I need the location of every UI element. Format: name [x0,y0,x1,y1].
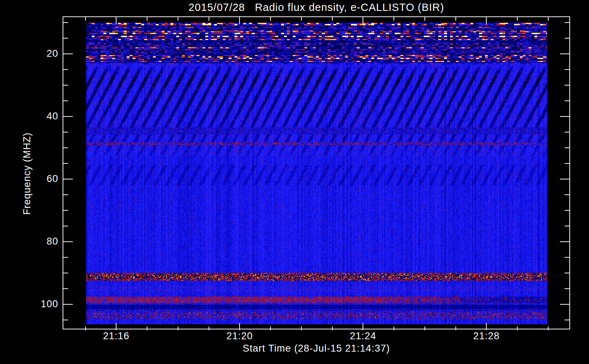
tick-mark [301,17,302,21]
tick-mark [63,179,73,179]
tick-mark [270,327,271,330]
tick-mark [455,327,456,330]
tick-mark [565,147,569,148]
tick-mark [239,323,240,330]
tick-mark [63,210,68,211]
tick-mark [147,17,147,21]
tick-mark [85,17,86,21]
tick-mark [517,327,518,330]
x-tick-label: 21:28 [461,331,512,342]
tick-mark [63,304,73,305]
spectrogram-canvas [86,23,547,324]
y-axis-title: Frequency (MHZ) [21,132,33,215]
tick-mark [455,17,456,21]
y-tick-label: 100 [23,298,58,310]
tick-mark [565,38,569,39]
tick-mark [63,116,73,117]
tick-mark [63,257,68,258]
tick-mark [63,273,68,273]
tick-mark [565,210,569,211]
tick-mark [270,17,271,21]
y-tick-label: 40 [23,111,58,122]
tick-mark [301,327,302,330]
chart-title: 2015/07/28 Radio flux density, e-CALLIST… [63,1,570,13]
tick-mark [332,327,333,330]
tick-mark [565,100,569,101]
y-tick-label: 20 [23,48,58,59]
tick-mark [63,147,68,148]
tick-mark [63,132,68,132]
tick-mark [517,17,518,21]
tick-mark [116,17,116,24]
tick-mark [239,17,240,24]
tick-mark [565,273,569,273]
x-tick-label: 21:16 [91,331,142,342]
x-axis-title: Start Time (28-Jul-15 21:14:37) [63,343,570,354]
spectrogram-page: 2015/07/28 Radio flux density, e-CALLIST… [0,0,589,364]
tick-mark [486,17,487,24]
tick-mark [63,320,68,320]
tick-mark [565,69,569,70]
tick-mark [63,54,73,54]
tick-mark [363,17,363,24]
tick-mark [548,327,549,330]
tick-mark [424,327,425,330]
tick-mark [63,194,68,195]
tick-mark [178,17,178,21]
tick-mark [560,116,569,117]
x-tick-label: 21:20 [214,331,265,342]
tick-mark [63,22,68,23]
tick-mark [209,327,209,330]
tick-mark [116,323,116,330]
tick-mark [565,132,569,132]
tick-mark [560,54,569,54]
tick-mark [363,323,363,330]
tick-mark [565,288,569,289]
tick-mark [565,22,569,23]
tick-mark [332,17,333,21]
tick-mark [63,38,68,39]
tick-mark [63,288,68,289]
x-tick-label: 21:24 [337,331,388,342]
tick-mark [560,241,569,242]
tick-mark [548,17,549,21]
tick-mark [565,85,569,86]
tick-mark [424,17,425,21]
tick-mark [63,226,68,226]
tick-mark [394,327,394,330]
tick-mark [565,257,569,258]
tick-mark [85,327,86,330]
tick-mark [209,17,209,21]
tick-mark [394,17,394,21]
tick-mark [63,85,68,86]
tick-mark [560,179,569,179]
tick-mark [63,69,68,70]
y-tick-label: 80 [23,236,58,247]
tick-mark [565,226,569,226]
tick-mark [565,320,569,320]
tick-mark [560,304,569,305]
tick-mark [63,163,68,164]
tick-mark [147,327,147,330]
tick-mark [486,323,487,330]
tick-mark [565,194,569,195]
tick-mark [178,327,178,330]
tick-mark [565,163,569,164]
tick-mark [63,100,68,101]
tick-mark [63,241,73,242]
